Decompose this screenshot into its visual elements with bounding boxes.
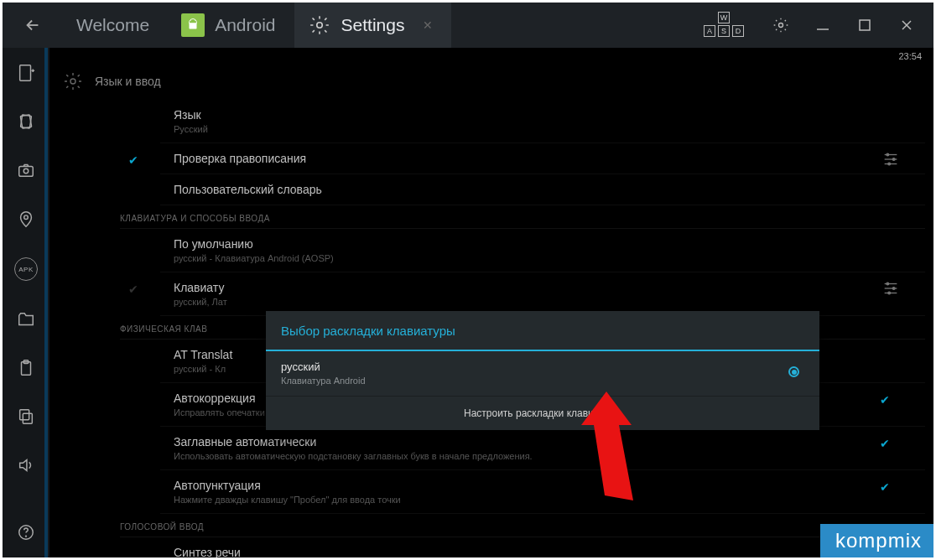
- setting-tts[interactable]: Синтез речи: [160, 537, 925, 557]
- check-icon[interactable]: ✔: [880, 480, 890, 494]
- setting-user-dict[interactable]: Пользовательский словарь: [160, 174, 925, 205]
- svg-point-27: [888, 163, 891, 165]
- folder-icon[interactable]: [16, 309, 36, 329]
- tablet-plus-icon[interactable]: [16, 63, 36, 83]
- settings-gear-button[interactable]: [772, 17, 789, 34]
- svg-rect-7: [20, 65, 31, 80]
- tab-welcome[interactable]: Welcome: [63, 3, 168, 48]
- radio-selected-icon[interactable]: [788, 366, 799, 377]
- apk-icon[interactable]: APK: [14, 257, 38, 281]
- keymap-button[interactable]: W A S D: [700, 10, 747, 40]
- svg-rect-4: [860, 20, 870, 30]
- setting-autopunct[interactable]: Автопунктуация Нажмите дважды клавишу "П…: [160, 470, 925, 514]
- check-icon: ✔: [128, 283, 138, 296]
- svg-rect-18: [20, 410, 29, 420]
- gear-icon: [63, 71, 83, 91]
- check-icon[interactable]: ✔: [880, 393, 890, 407]
- maximize-button[interactable]: [856, 17, 873, 34]
- close-button[interactable]: [898, 17, 915, 34]
- key-s: S: [718, 25, 730, 37]
- tab-label: Welcome: [76, 15, 149, 35]
- svg-point-32: [892, 288, 895, 290]
- tab-android[interactable]: Android: [168, 3, 294, 48]
- tab-label: Android: [215, 15, 275, 35]
- key-a: A: [704, 25, 715, 37]
- page-header: Язык и ввод: [55, 66, 928, 100]
- left-sidebar: APK: [3, 48, 49, 557]
- svg-point-21: [70, 79, 75, 84]
- gear-icon: [308, 13, 331, 37]
- help-icon[interactable]: [16, 522, 36, 542]
- camera-icon[interactable]: [16, 160, 36, 180]
- dialog-title: Выбор раскладки клавиатуры: [266, 311, 819, 351]
- tab-settings[interactable]: Settings ✕: [294, 3, 452, 48]
- page-title: Язык и ввод: [95, 75, 161, 88]
- sliders-icon[interactable]: [881, 279, 900, 298]
- tab-label: Settings: [341, 15, 405, 35]
- svg-point-33: [888, 292, 891, 294]
- check-icon[interactable]: ✔: [880, 437, 890, 450]
- svg-point-25: [887, 153, 889, 156]
- keyboard-layout-dialog: Выбор раскладки клавиатуры русский Клави…: [266, 311, 819, 430]
- svg-rect-17: [23, 413, 32, 423]
- copy-icon[interactable]: [16, 407, 36, 427]
- svg-rect-12: [19, 166, 34, 176]
- dialog-configure-button[interactable]: Настроить раскладки клавиатуры: [266, 397, 819, 430]
- android-icon: [181, 13, 205, 37]
- setting-autocaps[interactable]: Заглавные автоматически Использовать авт…: [160, 427, 925, 470]
- clipboard-icon[interactable]: [16, 358, 36, 378]
- tab-close-icon[interactable]: ✕: [423, 18, 433, 32]
- status-time: 23:54: [898, 51, 922, 61]
- cards-icon[interactable]: [16, 111, 36, 132]
- svg-point-2: [779, 23, 783, 28]
- check-icon: ✔: [128, 153, 138, 167]
- svg-point-14: [24, 215, 29, 220]
- svg-rect-0: [190, 23, 197, 29]
- location-icon[interactable]: [16, 209, 36, 229]
- back-button[interactable]: [3, 3, 63, 48]
- section-voice-label: ГОЛОСОВОЙ ВВОД: [120, 514, 925, 537]
- volume-icon[interactable]: [16, 455, 36, 475]
- key-w: W: [718, 12, 730, 23]
- titlebar: Welcome Android Settings ✕ W A S D: [3, 3, 933, 48]
- svg-point-13: [23, 169, 29, 174]
- svg-point-26: [892, 158, 895, 161]
- setting-default-keyboard[interactable]: По умолчанию русский - Клавиатура Androi…: [160, 229, 925, 272]
- svg-point-31: [887, 283, 889, 285]
- section-keyboard-label: КЛАВИАТУРА И СПОСОБЫ ВВОДА: [120, 205, 925, 229]
- key-d: D: [732, 25, 744, 37]
- svg-point-20: [26, 536, 27, 537]
- content-area: 23:54 Язык и ввод Язык Русский ✔ Прове: [49, 48, 933, 557]
- setting-keyboard[interactable]: ✔ Клавиату русский, Лат: [160, 272, 925, 316]
- setting-spellcheck[interactable]: ✔ Проверка правописания: [160, 143, 925, 174]
- minimize-button[interactable]: [814, 17, 831, 34]
- svg-point-1: [316, 23, 322, 29]
- watermark: kompmix: [820, 524, 933, 557]
- dialog-item-russian[interactable]: русский Клавиатура Android: [266, 351, 819, 397]
- setting-language[interactable]: Язык Русский: [160, 100, 925, 143]
- sliders-icon[interactable]: [881, 150, 900, 169]
